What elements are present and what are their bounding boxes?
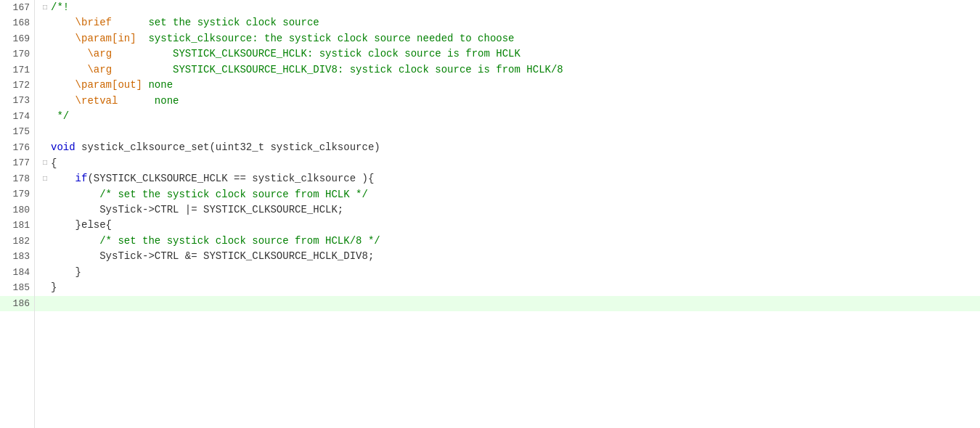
indent [51, 265, 75, 281]
code-line: void systick_clksource_set(uint32_t syst… [35, 140, 980, 155]
code-token: \param[in] [75, 31, 136, 47]
code-token: \arg [87, 46, 112, 62]
line-number: 168 [0, 15, 34, 30]
code-line: SysTick->CTRL &= SYSTICK_CLKSOURCE_HCLK_… [35, 250, 980, 265]
code-line: \param[in] systick_clksource: the systic… [35, 31, 980, 46]
code-token: }else{ [75, 218, 112, 234]
line-number: 185 [0, 280, 34, 295]
code-token: */ [51, 109, 69, 125]
fold-icon[interactable]: □ [41, 175, 49, 184]
code-token: /* set the systick clock source from HCL… [99, 187, 368, 203]
indent [51, 15, 75, 31]
line-number: 177 [0, 156, 34, 171]
code-token: SYSTICK_CLKSOURCE_HCLK_DIV8: systick clo… [112, 62, 563, 78]
code-token: none [118, 94, 179, 110]
line-numbers-gutter: 1671681691701711721731741751761771781791… [0, 0, 35, 428]
code-line: □{ [35, 156, 980, 171]
line-number: 172 [0, 78, 34, 93]
code-line: } [35, 280, 980, 295]
code-token: void [51, 140, 75, 156]
code-content: □/*! \brief set the systick clock source… [35, 0, 980, 428]
code-line: /* set the systick clock source from HCL… [35, 187, 980, 202]
indent [51, 187, 99, 203]
code-token: none [142, 78, 173, 94]
indent [51, 31, 75, 47]
line-number: 169 [0, 31, 34, 46]
code-token: { [51, 156, 57, 172]
code-token: } [51, 280, 57, 296]
code-token: \retval [75, 94, 118, 110]
line-number: 175 [0, 125, 34, 140]
indent [51, 202, 99, 218]
line-number: 178 [0, 171, 34, 186]
code-token: if [75, 171, 88, 187]
indent [51, 171, 75, 187]
line-number: 184 [0, 265, 34, 280]
code-token: \param[out] [75, 78, 142, 94]
code-token: \brief [75, 15, 112, 31]
code-token: /*! [51, 0, 69, 16]
code-line: }else{ [35, 218, 980, 234]
code-line: \arg SYSTICK_CLKSOURCE_HCLK: systick clo… [35, 46, 980, 62]
fold-icon[interactable]: □ [41, 159, 49, 168]
code-token: } [75, 265, 81, 281]
code-line [35, 125, 980, 140]
line-number: 173 [0, 94, 34, 109]
code-line: SysTick->CTRL |= SYSTICK_CLKSOURCE_HCLK; [35, 202, 980, 218]
code-token: (SYSTICK_CLKSOURCE_HCLK == systick_clkso… [87, 171, 374, 187]
indent [51, 218, 75, 234]
code-token: SYSTICK_CLKSOURCE_HCLK: systick clock so… [112, 46, 520, 62]
indent [51, 46, 87, 62]
code-token: set the systick clock source [112, 15, 319, 31]
line-number: 182 [0, 234, 34, 249]
line-number: 183 [0, 250, 34, 265]
code-token: systick_clksource: the systick clock sou… [136, 31, 515, 47]
line-number: 180 [0, 202, 34, 218]
indent [51, 62, 87, 78]
indent [51, 234, 99, 250]
code-line: \param[out] none [35, 78, 980, 93]
line-number: 179 [0, 187, 34, 202]
line-number: 174 [0, 109, 34, 124]
code-token: /* set the systick clock source from HCL… [99, 234, 380, 250]
line-number: 170 [0, 46, 34, 62]
line-number: 186 [0, 296, 34, 311]
code-line: \arg SYSTICK_CLKSOURCE_HCLK_DIV8: systic… [35, 62, 980, 78]
code-token: \arg [87, 62, 112, 78]
line-number: 167 [0, 0, 34, 15]
line-number: 176 [0, 140, 34, 155]
indent [51, 94, 75, 110]
fold-icon[interactable]: □ [41, 4, 49, 12]
code-line: \brief set the systick clock source [35, 15, 980, 30]
code-line: } [35, 265, 980, 280]
code-line: \retval none [35, 94, 980, 109]
code-token: SysTick->CTRL |= SYSTICK_CLKSOURCE_HCLK; [99, 202, 343, 218]
code-line: /* set the systick clock source from HCL… [35, 234, 980, 249]
indent [51, 249, 99, 265]
code-line: □/*! [35, 0, 980, 15]
code-line [35, 296, 980, 311]
code-token: systick_clksource_set(uint32_t systick_c… [75, 140, 380, 156]
code-line: */ [35, 109, 980, 124]
code-token: SysTick->CTRL &= SYSTICK_CLKSOURCE_HCLK_… [99, 249, 374, 265]
line-number: 171 [0, 62, 34, 78]
indent [51, 78, 75, 94]
line-number: 181 [0, 218, 34, 234]
code-editor: 1671681691701711721731741751761771781791… [0, 0, 980, 428]
code-line: □ if(SYSTICK_CLKSOURCE_HCLK == systick_c… [35, 171, 980, 186]
